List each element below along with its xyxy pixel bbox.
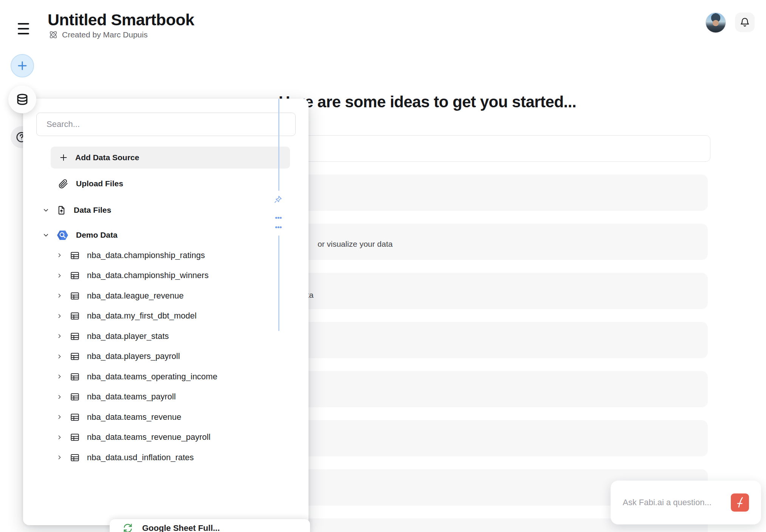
data-sources-button[interactable] <box>8 85 36 113</box>
idea-card[interactable] <box>282 371 708 407</box>
chevron-down-icon[interactable] <box>42 232 50 239</box>
add-data-source-label: Add Data Source <box>75 153 139 162</box>
idea-card[interactable] <box>282 420 708 456</box>
table-name: nba_data.league_revenue <box>87 291 184 301</box>
table-row[interactable]: nba_data.championship_ratings <box>23 245 295 266</box>
table-row[interactable]: nba_data.teams_payroll <box>23 387 295 407</box>
user-avatar[interactable] <box>706 12 726 33</box>
section-label: Data Files <box>74 206 111 215</box>
sheet-sync-icon <box>122 523 133 532</box>
created-by: Created by Marc Dupuis <box>48 30 147 40</box>
table-icon <box>70 432 80 442</box>
drag-handle-icon[interactable] <box>275 217 282 228</box>
table-name: nba_data.my_first_dbt_model <box>87 311 197 321</box>
ask-input[interactable]: Ask Fabi.ai a question... <box>623 498 731 507</box>
table-row[interactable]: nba_data.teams_revenue <box>23 407 295 427</box>
google-sheet-item[interactable]: Google Sheet Full... <box>110 519 310 532</box>
database-icon <box>15 92 29 107</box>
table-name: nba_data.championship_ratings <box>87 251 205 260</box>
table-row[interactable]: nba_data.my_first_dbt_model <box>23 306 295 326</box>
paperclip-icon <box>58 178 68 189</box>
table-name: nba_data.player_stats <box>87 331 169 341</box>
chevron-right-icon[interactable] <box>56 313 63 319</box>
add-cell-button[interactable] <box>11 54 34 77</box>
table-name: nba_data.championship_winners <box>87 271 209 280</box>
pin-icon[interactable] <box>273 194 283 204</box>
table-icon <box>70 251 80 260</box>
google-sheet-label: Google Sheet Full... <box>142 523 220 532</box>
table-icon <box>70 351 80 361</box>
table-icon <box>70 271 80 280</box>
chevron-right-icon[interactable] <box>56 252 63 258</box>
menu-button[interactable] <box>17 22 30 36</box>
table-row[interactable]: nba_data.league_revenue <box>23 286 295 306</box>
idea-card[interactable] <box>282 322 708 358</box>
table-icon <box>70 453 80 462</box>
table-icon <box>70 331 80 341</box>
table-row[interactable]: nba_data.player_stats <box>23 326 295 346</box>
search-input[interactable] <box>36 113 296 136</box>
page-title: Untitled Smartbook <box>48 11 194 29</box>
created-by-label: Created by Marc Dupuis <box>62 30 147 39</box>
table-row[interactable]: nba_data.players_payroll <box>23 346 295 367</box>
chevron-right-icon[interactable] <box>56 292 63 299</box>
table-icon <box>70 291 80 301</box>
chevron-right-icon[interactable] <box>56 353 63 360</box>
chevron-down-icon[interactable] <box>42 207 50 214</box>
table-icon <box>70 412 80 422</box>
notifications-button[interactable] <box>735 12 755 32</box>
table-name: nba_data.teams_revenue_payroll <box>87 432 211 442</box>
plus-icon <box>16 60 28 72</box>
panel-scrollbar[interactable] <box>278 99 279 191</box>
data-sources-panel: Add Data Source Upload Files Data Fi <box>23 99 309 525</box>
upload-files-button[interactable]: Upload Files <box>51 173 290 194</box>
table-icon <box>70 311 80 321</box>
upload-files-label: Upload Files <box>76 179 123 188</box>
table-name: nba_data.teams_revenue <box>87 412 181 422</box>
section-data-files[interactable]: Data Files <box>23 204 295 217</box>
table-icon <box>70 392 80 402</box>
prompt-input-card[interactable] <box>282 135 710 162</box>
ask-submit-button[interactable] <box>731 493 749 512</box>
idea-card[interactable] <box>282 175 708 211</box>
table-name: nba_data.teams_payroll <box>87 392 176 402</box>
app-root: Untitled Smartbook Created by Marc Dupui… <box>0 0 766 532</box>
table-row[interactable]: nba_data.championship_winners <box>23 266 295 286</box>
table-name: nba_data.teams_operating_income <box>87 372 217 382</box>
chevron-right-icon[interactable] <box>56 272 63 279</box>
fabi-lightning-icon <box>734 496 746 509</box>
ideas-heading: Here are some ideas to get you started..… <box>279 93 576 111</box>
table-row[interactable]: nba_data.teams_operating_income <box>23 367 295 387</box>
table-list: nba_data.championship_ratings nba_data.c… <box>23 245 295 468</box>
bell-icon <box>740 17 750 28</box>
section-label: Demo Data <box>76 230 118 240</box>
table-name: nba_data.players_payroll <box>87 351 180 361</box>
panel-scrollbar[interactable] <box>278 235 279 331</box>
section-demo-data[interactable]: Demo Data <box>23 229 295 241</box>
chevron-right-icon[interactable] <box>56 414 63 420</box>
chevron-right-icon[interactable] <box>56 333 63 339</box>
chevron-right-icon[interactable] <box>56 454 63 461</box>
idea-card-text: or visualize your data <box>318 240 392 249</box>
table-row[interactable]: nba_data.teams_revenue_payroll <box>23 427 295 448</box>
ask-bar: Ask Fabi.ai a question... <box>611 481 761 524</box>
chevron-right-icon[interactable] <box>56 373 63 380</box>
chevron-right-icon[interactable] <box>56 434 63 441</box>
chevron-right-icon[interactable] <box>56 394 63 400</box>
atom-icon <box>48 30 58 40</box>
table-icon <box>70 372 80 382</box>
file-upload-icon <box>56 205 67 215</box>
table-row[interactable]: nba_data.usd_inflation_rates <box>23 447 295 468</box>
bigquery-hexagon-icon <box>56 229 69 241</box>
add-data-source-button[interactable]: Add Data Source <box>51 147 290 169</box>
table-name: nba_data.usd_inflation_rates <box>87 453 194 462</box>
idea-card[interactable] <box>282 273 708 309</box>
plus-icon <box>59 153 68 162</box>
